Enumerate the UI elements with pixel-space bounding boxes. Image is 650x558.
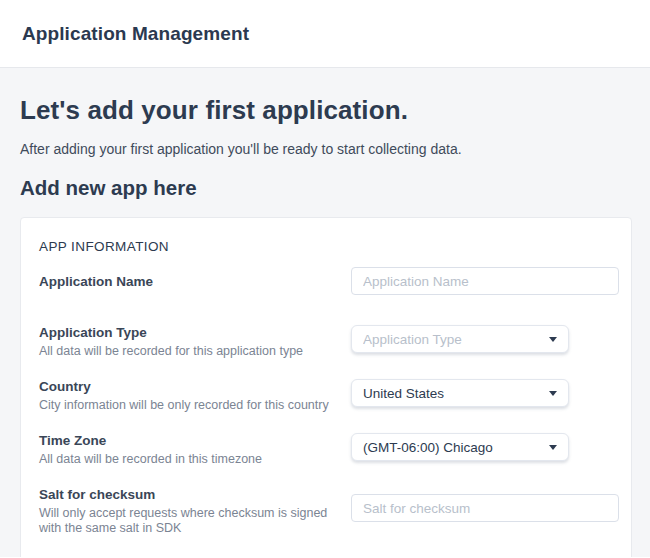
time-zone-select[interactable]: (GMT-06:00) Chicago <box>351 433 569 461</box>
salt-for-checksum-label: Salt for checksum <box>39 487 337 502</box>
time-zone-label: Time Zone <box>39 433 337 448</box>
chevron-down-icon <box>549 391 557 396</box>
intro-subheading: After adding your first application you'… <box>20 141 630 157</box>
application-name-label: Application Name <box>39 274 337 289</box>
field-row-salt-for-checksum: Salt for checksum Will only accept reque… <box>39 487 613 536</box>
add-new-app-heading: Add new app here <box>20 176 630 200</box>
salt-for-checksum-input[interactable] <box>351 494 619 522</box>
field-row-application-type: Application Type All data will be record… <box>39 325 613 359</box>
field-row-country: Country City information will be only re… <box>39 379 613 413</box>
chevron-down-icon <box>549 445 557 450</box>
country-select-value: United States <box>363 386 444 401</box>
field-row-time-zone: Time Zone All data will be recorded in t… <box>39 433 613 467</box>
application-type-label: Application Type <box>39 325 337 340</box>
page-title: Application Management <box>22 23 249 45</box>
application-name-input[interactable] <box>351 267 619 295</box>
country-description: City information will be only recorded f… <box>39 398 337 413</box>
page-body: Let's add your first application. After … <box>0 68 650 557</box>
chevron-down-icon <box>549 337 557 342</box>
time-zone-select-value: (GMT-06:00) Chicago <box>363 440 493 455</box>
section-title-app-information: APP INFORMATION <box>39 239 613 254</box>
intro-heading: Let's add your first application. <box>20 68 630 126</box>
application-type-description: All data will be recorded for this appli… <box>39 344 337 359</box>
application-type-select-value: Application Type <box>363 332 462 347</box>
country-label: Country <box>39 379 337 394</box>
application-type-select[interactable]: Application Type <box>351 325 569 353</box>
field-row-application-name: Application Name <box>39 267 613 295</box>
salt-for-checksum-description: Will only accept requests where checksum… <box>39 506 337 536</box>
app-form-card: APP INFORMATION Application Name Applica… <box>20 217 632 557</box>
time-zone-description: All data will be recorded in this timezo… <box>39 452 337 467</box>
country-select[interactable]: United States <box>351 379 569 407</box>
page-header: Application Management <box>0 0 650 68</box>
